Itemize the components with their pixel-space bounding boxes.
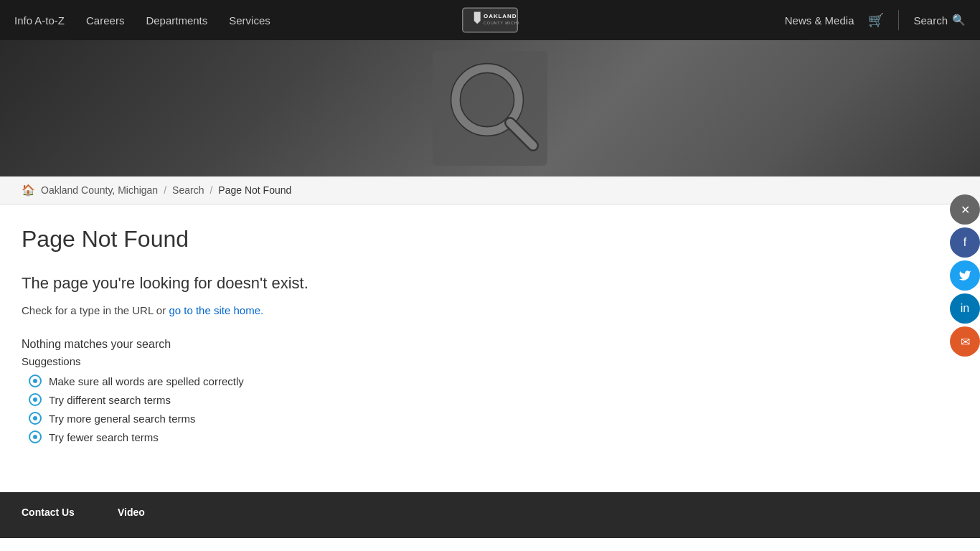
bullet-icon (29, 393, 42, 406)
home-icon: 🏠 (22, 184, 35, 197)
twitter-share-button[interactable] (950, 260, 980, 291)
hero-magnify-icon (433, 51, 547, 166)
top-navigation: Info A-to-Z Careers Departments Services… (0, 0, 980, 40)
breadcrumb-current: Page Not Found (218, 184, 291, 196)
hero-banner (0, 40, 980, 176)
nav-services[interactable]: Services (229, 14, 270, 27)
breadcrumb: 🏠 Oakland County, Michigan / Search / Pa… (0, 176, 980, 204)
bullet-icon (29, 375, 42, 387)
nav-news-media[interactable]: News & Media (785, 14, 854, 27)
footer-col-contact: Contact Us (22, 507, 75, 524)
nothing-matches-text: Nothing matches your search (22, 338, 624, 351)
breadcrumb-sep-2: / (209, 184, 212, 196)
list-item: Try different search terms (29, 393, 624, 406)
suggestion-4: Try fewer search terms (49, 431, 159, 443)
list-item: Make sure all words are spelled correctl… (29, 375, 624, 387)
not-found-description: The page you're looking for doesn't exis… (22, 274, 624, 293)
bullet-icon (29, 412, 42, 425)
suggestion-3: Try more general search terms (49, 413, 196, 425)
go-home-link[interactable]: go to the site home. (169, 304, 263, 316)
email-share-button[interactable]: ✉ (950, 326, 980, 357)
footer-video-title: Video (118, 507, 145, 518)
svg-text:COUNTY MICHIGAN: COUNTY MICHIGAN (484, 21, 519, 25)
nav-info-atoz[interactable]: Info A-to-Z (14, 14, 65, 27)
svg-text:OAKLAND: OAKLAND (484, 13, 517, 19)
linkedin-share-button[interactable]: in (950, 293, 980, 324)
suggestions-label: Suggestions (22, 355, 624, 367)
nav-right: News & Media 🛒 Search 🔍 (785, 10, 966, 30)
suggestions-list: Make sure all words are spelled correctl… (22, 375, 624, 443)
site-logo[interactable]: OAKLAND COUNTY MICHIGAN (461, 6, 519, 34)
nav-divider (898, 10, 899, 30)
search-button[interactable]: Search 🔍 (913, 14, 966, 27)
nav-departments[interactable]: Departments (146, 14, 207, 27)
footer-contact-title: Contact Us (22, 507, 75, 518)
nav-careers[interactable]: Careers (86, 14, 124, 27)
list-item: Try fewer search terms (29, 430, 624, 443)
social-close-button[interactable]: ✕ (950, 194, 980, 225)
list-item: Try more general search terms (29, 412, 624, 425)
footer: Contact Us Video (0, 492, 980, 538)
twitter-icon (958, 269, 971, 282)
search-label: Search (913, 14, 948, 27)
page-title: Page Not Found (22, 226, 624, 253)
social-sidebar: ✕ f in ✉ (950, 194, 980, 357)
search-icon: 🔍 (952, 14, 966, 27)
breadcrumb-home[interactable]: Oakland County, Michigan (41, 184, 158, 196)
suggestion-1: Make sure all words are spelled correctl… (49, 375, 244, 387)
main-content: Page Not Found The page you're looking f… (0, 204, 646, 492)
breadcrumb-search[interactable]: Search (172, 184, 204, 196)
bullet-icon (29, 430, 42, 443)
check-type-text: Check for a type in the URL or go to the… (22, 304, 624, 316)
breadcrumb-sep-1: / (164, 184, 166, 196)
nav-left: Info A-to-Z Careers Departments Services (14, 14, 270, 27)
cart-icon[interactable]: 🛒 (868, 12, 884, 28)
footer-col-video: Video (118, 507, 145, 524)
suggestion-2: Try different search terms (49, 394, 171, 406)
facebook-share-button[interactable]: f (950, 227, 980, 258)
svg-rect-0 (463, 8, 517, 32)
